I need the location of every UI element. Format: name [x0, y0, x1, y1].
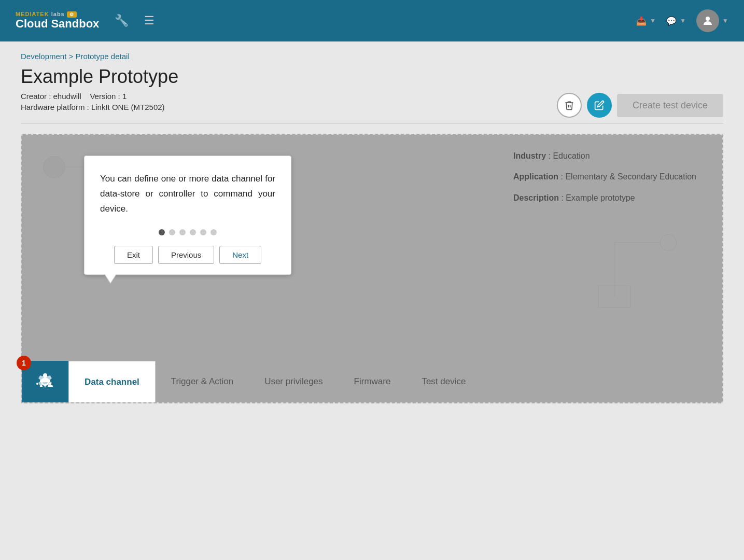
svg-point-0: [706, 17, 710, 21]
tab-trigger-action[interactable]: Trigger & Action: [156, 361, 249, 402]
breadcrumb-development[interactable]: Development: [21, 52, 66, 61]
tab-area: 1 Data channel Trigger & Action: [22, 361, 722, 402]
header-left: MEDIATEK labs ⚙ Cloud Sandbox 🔧 ☰: [16, 11, 155, 31]
list-icon[interactable]: ☰: [144, 14, 155, 27]
notification-dropdown-icon: ▼: [650, 17, 656, 24]
tab-user-privileges[interactable]: User privileges: [249, 361, 338, 402]
exit-button[interactable]: Exit: [114, 246, 153, 264]
page-title: Example Prototype: [21, 66, 723, 88]
popup-buttons: Exit Previous Next: [100, 246, 275, 264]
breadcrumb-separator: >: [69, 52, 76, 61]
delete-button[interactable]: [557, 93, 582, 118]
logo-main: Cloud Sandbox: [16, 17, 99, 31]
breadcrumb-prototype-detail[interactable]: Prototype detail: [76, 52, 130, 61]
notification-group[interactable]: 📥 ▼: [636, 16, 656, 26]
previous-button[interactable]: Previous: [158, 246, 214, 264]
tab-firmware-label: Firmware: [354, 376, 391, 387]
tab-icon-wrapper: 1: [22, 361, 68, 402]
dot-6: [210, 229, 217, 235]
avatar: [696, 9, 719, 32]
tab-firmware[interactable]: Firmware: [339, 361, 406, 402]
version-label: Version : 1: [90, 92, 127, 101]
tab-test-device-label: Test device: [422, 376, 466, 387]
tutorial-popup: You can define one or more data channel …: [84, 156, 291, 275]
tab-data-channel[interactable]: Data channel: [68, 361, 156, 402]
divider: [21, 123, 723, 123]
dot-5: [200, 229, 206, 235]
logo-area: MEDIATEK labs ⚙ Cloud Sandbox: [16, 11, 99, 31]
dot-3: [179, 229, 186, 235]
card-area: Industry : Education Application : Eleme…: [21, 134, 723, 403]
dot-1: [159, 229, 165, 235]
popup-arrow: [105, 274, 116, 283]
notification-icon: 📥: [636, 16, 647, 26]
tab-badge: 1: [17, 356, 31, 370]
header: MEDIATEK labs ⚙ Cloud Sandbox 🔧 ☰ 📥 ▼ 💬 …: [0, 0, 744, 41]
chat-group[interactable]: 💬 ▼: [666, 16, 686, 26]
breadcrumb: Development > Prototype detail: [21, 52, 723, 61]
user-group[interactable]: ▼: [696, 9, 728, 32]
creator-label: Creator : ehudwill: [21, 92, 81, 101]
logo-top: MEDIATEK labs ⚙: [16, 11, 99, 17]
header-right: 📥 ▼ 💬 ▼ ▼: [636, 9, 728, 32]
tab-user-privileges-label: User privileges: [264, 376, 322, 387]
next-button[interactable]: Next: [219, 246, 261, 264]
user-dropdown-icon: ▼: [722, 17, 728, 24]
tab-test-device[interactable]: Test device: [406, 361, 481, 402]
dot-2: [169, 229, 175, 235]
popup-dots: [100, 229, 275, 235]
chat-dropdown-icon: ▼: [680, 17, 686, 24]
dot-4: [190, 229, 196, 235]
wrench-icon[interactable]: 🔧: [115, 14, 129, 27]
tab-data-channel-label: Data channel: [85, 377, 139, 387]
popup-text: You can define one or more data channel …: [100, 172, 275, 217]
tab-trigger-action-label: Trigger & Action: [171, 376, 233, 387]
main-content: Development > Prototype detail Example P…: [0, 41, 744, 560]
chat-icon: 💬: [666, 16, 677, 26]
create-test-device-button[interactable]: Create test device: [617, 94, 723, 117]
edit-button[interactable]: [587, 93, 612, 118]
